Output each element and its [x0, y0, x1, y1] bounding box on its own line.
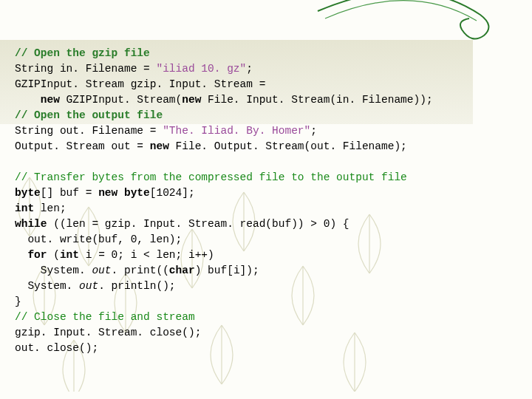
code-keyword: byte [15, 187, 41, 199]
code-text: len; [34, 202, 66, 214]
code-text: File. Input. Stream(in. Filename)); [201, 94, 432, 106]
code-comment: // Open the output file [15, 109, 163, 121]
code-keyword: while [15, 218, 47, 230]
code-keyword: int [15, 202, 34, 214]
code-text: System. [15, 265, 92, 276]
code-field: out [92, 265, 111, 276]
code-text: GZIPInput. Stream( [60, 94, 182, 106]
code-text: ((len = gzip. Input. Stream. read(buf)) … [47, 218, 349, 230]
code-keyword: new [182, 94, 201, 106]
code-block: // Open the gzip file String in. Filenam… [0, 0, 532, 371]
code-comment: // Transfer bytes from the compressed fi… [15, 171, 407, 183]
code-text: ; [246, 63, 253, 75]
code-text: ( [47, 249, 60, 261]
code-text: i = 0; i < len; i++) [79, 249, 214, 261]
code-text: [1024]; [150, 187, 195, 199]
code-string: "iliad 10. gz" [156, 63, 246, 75]
code-line: String in. Filename = [15, 63, 156, 75]
code-line: out. write(buf, 0, len); [15, 233, 182, 245]
code-string: "The. Iliad. By. Homer" [163, 125, 310, 137]
code-line: gzip. Input. Stream. close(); [15, 327, 201, 338]
code-line: out. close(); [15, 342, 98, 354]
code-text: File. Output. Stream(out. Filename); [169, 140, 407, 152]
code-line: GZIPInput. Stream gzip. Input. Stream = [15, 78, 265, 90]
code-text: System. [15, 280, 79, 292]
code-field: out [79, 280, 98, 292]
code-comment: // Open the gzip file [15, 47, 150, 59]
code-keyword: char [169, 265, 195, 276]
code-keyword: for [27, 249, 47, 261]
code-line: } [15, 296, 21, 307]
code-line: Output. Stream out = [15, 140, 150, 152]
code-keyword: new [41, 94, 60, 106]
code-keyword: new byte [98, 187, 150, 199]
code-line: String out. Filename = [15, 125, 163, 137]
code-text: . println(); [98, 280, 175, 292]
code-keyword: new [150, 140, 169, 152]
code-text: [] buf = [41, 187, 98, 199]
code-blank [15, 156, 21, 168]
code-text: ) buf[i]); [195, 265, 259, 276]
code-text: . print(( [112, 265, 169, 276]
code-text: ; [310, 125, 317, 137]
code-indent [15, 249, 27, 261]
code-comment: // Close the file and stream [15, 311, 195, 323]
code-indent [15, 94, 41, 106]
code-keyword: int [60, 249, 79, 261]
